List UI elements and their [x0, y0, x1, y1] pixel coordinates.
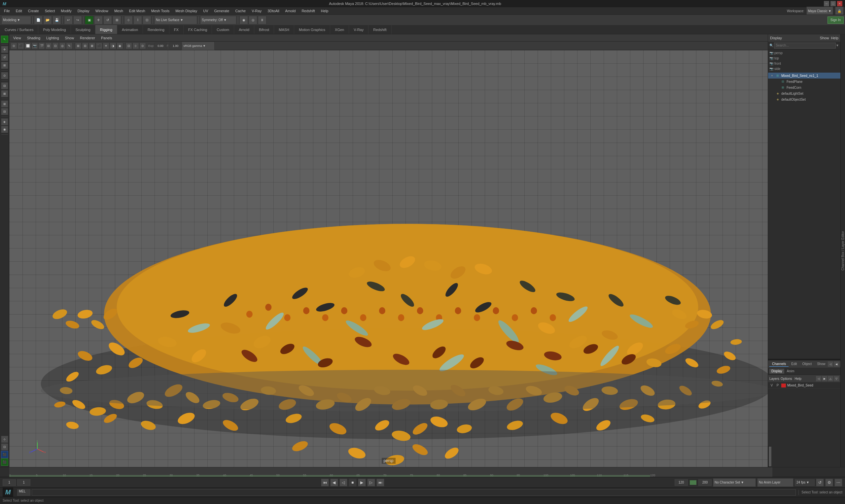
- anim-end-field[interactable]: [698, 479, 711, 486]
- tab-bifrost[interactable]: Bifrost: [254, 25, 274, 34]
- tab-xgen[interactable]: XGen: [330, 25, 349, 34]
- menu-mesh[interactable]: Mesh: [111, 8, 126, 14]
- right-panel-scrollbar[interactable]: [768, 446, 771, 467]
- cam-item-persp[interactable]: 📷 persp: [768, 50, 840, 55]
- bottom-btn-3[interactable]: ⬛: [1, 451, 8, 458]
- current-frame-field[interactable]: [17, 479, 30, 486]
- vp-ao-btn[interactable]: ◑: [110, 42, 116, 49]
- vp-menu-shading[interactable]: Shading: [24, 35, 43, 41]
- tab-poly-modeling[interactable]: Poly Modeling: [38, 25, 71, 34]
- bottom-btn-1[interactable]: ⊹: [1, 436, 8, 443]
- layer-options[interactable]: Options: [780, 377, 792, 381]
- layer-icon-3[interactable]: △: [828, 376, 833, 381]
- save-btn[interactable]: 💾: [53, 16, 61, 24]
- start-frame-field[interactable]: [3, 479, 16, 486]
- workspace-dropdown[interactable]: Maya Classic ▼: [806, 6, 833, 15]
- vp-cam4-btn[interactable]: ⊡: [52, 42, 59, 49]
- ipr-btn[interactable]: ◎: [249, 16, 257, 24]
- vp-snap-3[interactable]: ⊙: [139, 42, 146, 49]
- open-scene-btn[interactable]: 📂: [43, 16, 52, 24]
- stop-btn[interactable]: ■: [349, 479, 357, 486]
- play-back-btn[interactable]: ◁: [339, 479, 347, 486]
- ch-tab-show[interactable]: Show: [814, 361, 828, 367]
- vp-camera-btn[interactable]: 📷: [31, 42, 38, 49]
- tree-item-feedcorn[interactable]: ⊞ FeedCorn: [768, 85, 840, 90]
- menu-select[interactable]: Select: [42, 8, 58, 14]
- scrollbar-thumb[interactable]: [769, 447, 771, 466]
- render-region-btn[interactable]: ⊟: [1, 82, 8, 89]
- render-btn[interactable]: ◉: [240, 16, 248, 24]
- layer-icon-4[interactable]: ▽: [834, 376, 839, 381]
- gamma-dropdown[interactable]: sRGB gamma ▼: [182, 41, 215, 50]
- menu-file[interactable]: File: [1, 8, 13, 14]
- layer-icon-2[interactable]: ▶: [822, 376, 827, 381]
- vp-icon-btn-3[interactable]: ⬜: [24, 42, 31, 49]
- vp-icon-5[interactable]: ◎: [59, 42, 66, 49]
- menu-display[interactable]: Display: [75, 8, 92, 14]
- vp-icon-6[interactable]: ✎: [66, 42, 73, 49]
- ch-icon-2[interactable]: ◀: [834, 361, 839, 367]
- tree-item-lightset[interactable]: ◈ defaultLightSet: [768, 90, 840, 96]
- vp-light-btn[interactable]: ☀: [103, 42, 109, 49]
- outliner-show[interactable]: Show: [820, 36, 829, 40]
- cam-item-front[interactable]: 📷 front: [768, 61, 840, 66]
- scale-tool-btn[interactable]: ⊞: [1, 62, 8, 69]
- tab-mash[interactable]: MASH: [274, 25, 294, 34]
- close-button[interactable]: ✕: [837, 1, 842, 6]
- ch-tab-edit[interactable]: Edit: [789, 361, 799, 367]
- stack-btn-2a[interactable]: ◈: [1, 118, 8, 125]
- vp-menu-view[interactable]: View: [11, 35, 24, 41]
- move-tool-btn[interactable]: ✛: [1, 46, 8, 53]
- ch-tab-object[interactable]: Object: [800, 361, 815, 367]
- menu-redshift[interactable]: Redshift: [299, 8, 317, 14]
- vp-menu-show[interactable]: Show: [63, 35, 77, 41]
- rotate-btn[interactable]: ↺: [103, 16, 112, 24]
- tab-arnold[interactable]: Arnold: [234, 25, 254, 34]
- search-input[interactable]: [774, 42, 836, 49]
- tree-item-objectset[interactable]: ◈ defaultObjectSet: [768, 96, 840, 102]
- tree-item-mixed-bird[interactable]: ▼ ⊞ Mixed_Bird_Seed_nc1_1: [768, 73, 840, 78]
- cam-item-top[interactable]: 📷 top: [768, 55, 840, 61]
- range-indicator[interactable]: [690, 480, 697, 485]
- cam-item-side[interactable]: 📷 side: [768, 66, 840, 71]
- vp-cam3-btn[interactable]: ⊟: [45, 42, 52, 49]
- menu-uv[interactable]: UV: [200, 8, 211, 14]
- tab-motion-graphics[interactable]: Motion Graphics: [294, 25, 330, 34]
- tab-animation[interactable]: Animation: [117, 25, 143, 34]
- layer-row-bird-seed[interactable]: V P Mixed_Bird_Seed: [768, 382, 840, 389]
- no-live-surface-dropdown[interactable]: No Live Surface ▼: [154, 16, 197, 24]
- stack-btn-1a[interactable]: ⊞: [1, 100, 8, 108]
- go-end-btn[interactable]: ⏭: [376, 479, 384, 486]
- menu-help[interactable]: Help: [318, 8, 331, 14]
- ch-sub-anim[interactable]: Anim: [785, 369, 796, 374]
- vp-icon-btn-1[interactable]: ⊙: [11, 42, 17, 49]
- menu-mesh-display[interactable]: Mesh Display: [173, 8, 200, 14]
- step-back-btn[interactable]: ◀: [330, 479, 338, 486]
- menu-cache[interactable]: Cache: [232, 8, 248, 14]
- select-tool-btn[interactable]: ↖: [1, 36, 8, 43]
- undo-btn[interactable]: ↩: [64, 16, 73, 24]
- redo-btn[interactable]: ↪: [73, 16, 82, 24]
- vp-grid-btn[interactable]: ⊞: [75, 42, 82, 49]
- stack-btn-1b[interactable]: ⊟: [1, 108, 8, 115]
- search-options-icon[interactable]: ▼: [836, 43, 839, 47]
- sign-in-button[interactable]: Sign In: [827, 17, 844, 24]
- maximize-button[interactable]: □: [830, 1, 836, 6]
- menu-window[interactable]: Window: [93, 8, 111, 14]
- layer-v-toggle[interactable]: V: [769, 383, 774, 387]
- vp-menu-renderer[interactable]: Renderer: [77, 35, 98, 41]
- no-anim-layer-dropdown[interactable]: No Anim Layer: [757, 478, 793, 487]
- symmetry-dropdown[interactable]: Symmetry: Off ▼: [200, 16, 236, 24]
- layer-icon-1[interactable]: ◁: [816, 376, 821, 381]
- vp-cam2-btn[interactable]: 🎬: [38, 42, 45, 49]
- scale-btn[interactable]: ⊞: [112, 16, 121, 24]
- tab-redshift[interactable]: Redshift: [369, 25, 391, 34]
- stack-btn-2b[interactable]: ◉: [1, 126, 8, 133]
- tab-rendering[interactable]: Rendering: [143, 25, 170, 34]
- vp-dof-btn[interactable]: ◉: [117, 42, 123, 49]
- mode-dropdown[interactable]: Modeling ▼: [1, 16, 31, 24]
- go-start-btn[interactable]: ⏮: [321, 479, 329, 486]
- new-scene-btn[interactable]: 📄: [34, 16, 42, 24]
- tab-rigging[interactable]: Rigging: [95, 25, 117, 34]
- tab-fx-caching[interactable]: FX Caching: [183, 25, 212, 34]
